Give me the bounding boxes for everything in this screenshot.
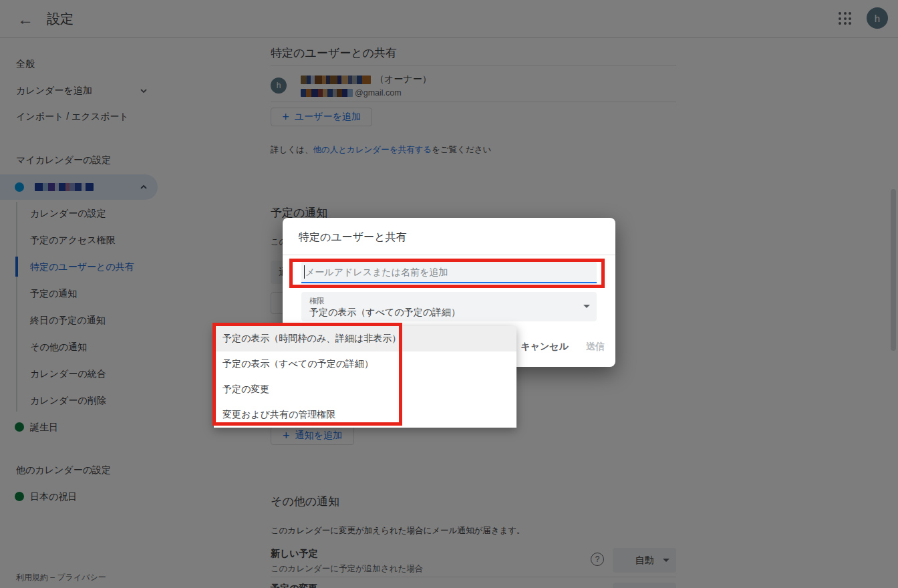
email-input[interactable] (301, 261, 597, 282)
menu-item-see-busy[interactable]: 予定の表示（時間枠のみ、詳細は非表示） (214, 326, 516, 351)
cancel-button[interactable]: キャンセル (520, 341, 569, 353)
permission-menu: 予定の表示（時間枠のみ、詳細は非表示） 予定の表示（すべての予定の詳細） 予定の… (214, 326, 516, 428)
menu-item-make-changes[interactable]: 予定の変更 (214, 377, 516, 402)
menu-item-see-all-details[interactable]: 予定の表示（すべての予定の詳細） (214, 351, 516, 377)
submit-button[interactable]: 送信 (586, 341, 605, 353)
permission-value: 予定の表示（すべての予定の詳細） (309, 307, 460, 319)
dialog-buttons: キャンセル 送信 (520, 341, 605, 353)
permission-select[interactable]: 権限 予定の表示（すべての予定の詳細） (301, 292, 597, 321)
permission-label: 権限 (309, 296, 324, 306)
menu-item-manage-sharing[interactable]: 変更および共有の管理権限 (214, 402, 516, 428)
google-calendar-settings: ← 設定 h 全般 カレンダーを追加 インポート / エクスポート マイカレンダ… (0, 0, 898, 588)
dialog-divider (283, 255, 615, 255)
text-cursor (304, 265, 305, 279)
dialog-title: 特定のユーザーと共有 (299, 231, 407, 245)
caret-down-icon (583, 305, 590, 308)
email-input-wrap (301, 261, 597, 283)
